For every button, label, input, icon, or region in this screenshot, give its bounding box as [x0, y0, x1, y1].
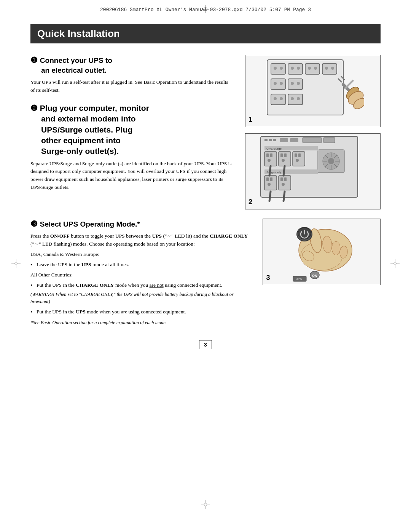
- svg-rect-47: [280, 153, 283, 157]
- svg-point-2: [274, 67, 277, 70]
- step-2-body: Separate UPS/Surge and Surge-only outlet…: [30, 160, 234, 192]
- svg-rect-4: [288, 64, 303, 74]
- step-3-layout: ❸ Select UPS Operating Mode.* Press the …: [30, 219, 381, 329]
- illustration-3-wrapper: ON UPS 3: [263, 219, 381, 285]
- illustration-1: 1: [245, 55, 381, 127]
- svg-rect-19: [271, 94, 285, 105]
- svg-point-9: [314, 67, 317, 70]
- svg-line-75: [269, 192, 271, 201]
- svg-line-29: [345, 81, 353, 88]
- svg-point-20: [274, 97, 277, 100]
- svg-rect-69: [270, 177, 272, 181]
- page: 200206186 SmartPro XL Owner's Manual 93-…: [0, 0, 411, 532]
- step-2-heading: ❷ Plug your computer, monitor and extern…: [30, 103, 234, 157]
- step-2-heading-line1: Plug your computer, monitor: [40, 104, 149, 112]
- step-3-other-bullet2: Put the UPS in the UPS mode when you are…: [30, 308, 251, 316]
- step-1-section: ❶ Connect your UPS to an electrical outl…: [30, 55, 234, 94]
- ups-outlet-svg: [261, 56, 364, 126]
- ups-button-svg: ON UPS: [272, 220, 371, 284]
- left-column: ❶ Connect your UPS to an electrical outl…: [30, 55, 234, 209]
- step-3-footnote: *See Basic Operation section for a compl…: [30, 319, 251, 326]
- svg-rect-68: [266, 177, 269, 181]
- svg-point-56: [328, 158, 334, 164]
- svg-point-3: [280, 67, 283, 70]
- step-3-are-not: are not: [150, 282, 164, 288]
- svg-text:UPS/Surge: UPS/Surge: [266, 147, 282, 150]
- svg-point-5: [291, 67, 294, 70]
- step-3-other-bullets2: Put the UPS in the UPS mode when you are…: [30, 308, 251, 316]
- step-3-chargeonly-bold: CHARGE ONLY: [210, 233, 248, 239]
- svg-point-15: [280, 82, 283, 85]
- margin-mark-right: [390, 259, 400, 268]
- step-3-heading-text: Select UPS Operating Mode.*: [40, 220, 140, 228]
- step-1-heading: ❶ Connect your UPS to an electrical outl…: [30, 55, 234, 75]
- svg-rect-10: [322, 64, 337, 74]
- step-2-heading-line4: other equipment into: [30, 136, 121, 145]
- step-3-chargeonly-bold2: CHARGE ONLY: [76, 282, 114, 288]
- svg-rect-7: [305, 64, 320, 74]
- svg-rect-1: [271, 64, 285, 74]
- svg-point-12: [331, 67, 334, 70]
- svg-text:Surge-only: Surge-only: [266, 171, 281, 174]
- ups-back-svg: UPS/Surge: [259, 134, 367, 209]
- step-1-badge: 1: [249, 116, 252, 124]
- svg-rect-52: [298, 153, 301, 157]
- svg-text:ON: ON: [312, 274, 317, 278]
- step-2-badge: 2: [249, 198, 252, 206]
- step-2-section: ❷ Plug your computer, monitor and extern…: [30, 103, 234, 192]
- svg-rect-70: [268, 183, 271, 186]
- page-number-container: 3: [30, 340, 381, 349]
- illustration-3: ON UPS 3: [263, 219, 381, 285]
- step-2-heading-line5: Surge-only outlet(s).: [30, 147, 119, 155]
- illustration-1-wrapper: 1: [245, 55, 381, 127]
- step-3-intro-para: Press the ON/OFF button to toggle your U…: [30, 232, 251, 248]
- svg-rect-39: [323, 137, 335, 143]
- step-3-warning: (WARNING! When set to "CHARGE ONLY," the…: [30, 291, 251, 306]
- svg-rect-13: [271, 79, 285, 89]
- margin-mark-left: [11, 259, 21, 268]
- print-header-text: 200206186 SmartPro XL Owner's Manual 93-…: [100, 7, 311, 13]
- step-3-usa-label: USA, Canada & Western Europe:: [30, 251, 251, 259]
- svg-rect-38: [303, 137, 322, 143]
- step-2-heading-line2: and external modem into: [30, 114, 136, 123]
- main-content: Quick Installation ❶ Connect your UPS to…: [0, 16, 411, 364]
- step-1-heading-line1: Connect your UPS to: [40, 56, 112, 64]
- svg-rect-51: [295, 153, 297, 157]
- svg-rect-74: [282, 183, 285, 186]
- step-3-other-bullets: Put the UPS in the CHARGE ONLY mode when…: [30, 281, 251, 289]
- step-3-left: ❸ Select UPS Operating Mode.* Press the …: [30, 219, 251, 329]
- margin-mark-bottom: [201, 500, 210, 509]
- step-3-are: are: [121, 309, 127, 315]
- step-3-usa-bullet: Leave the UPS in the UPS mode at all tim…: [30, 261, 251, 269]
- step-2-number: ❷: [30, 104, 40, 112]
- svg-rect-45: [268, 159, 271, 162]
- print-header: 200206186 SmartPro XL Owner's Manual 93-…: [0, 0, 411, 16]
- illustration-2-wrapper: UPS/Surge: [245, 133, 381, 209]
- page-title: Quick Installation: [30, 24, 381, 43]
- svg-rect-16: [288, 79, 303, 89]
- svg-point-18: [297, 82, 300, 85]
- svg-point-6: [297, 67, 300, 70]
- svg-point-8: [308, 67, 311, 70]
- svg-point-21: [280, 97, 283, 100]
- svg-rect-72: [280, 177, 283, 181]
- svg-rect-22: [288, 94, 303, 105]
- svg-point-24: [297, 97, 300, 100]
- svg-line-77: [269, 166, 271, 176]
- svg-rect-37: [290, 138, 298, 142]
- page-number: 3: [199, 340, 212, 349]
- svg-point-83: [332, 241, 340, 255]
- step-3-heading: ❸ Select UPS Operating Mode.*: [30, 219, 251, 229]
- step-3-usa-bullets: Leave the UPS in the UPS mode at all tim…: [30, 261, 251, 269]
- illustration-2: UPS/Surge: [245, 133, 381, 209]
- svg-rect-73: [284, 177, 287, 181]
- step-3-other-label: All Other Countries:: [30, 271, 251, 279]
- step-2-heading-line3: UPS/Surge outlets. Plug: [30, 125, 132, 134]
- step-1-heading-line2: an electrical outlet.: [30, 66, 107, 74]
- svg-rect-34: [269, 139, 272, 141]
- svg-line-78: [284, 166, 285, 176]
- svg-rect-48: [284, 153, 287, 157]
- step-1-body: Your UPS will run a self-test after it i…: [30, 78, 234, 94]
- step-3-ups-bold2: UPS: [81, 262, 91, 267]
- svg-rect-49: [282, 159, 285, 162]
